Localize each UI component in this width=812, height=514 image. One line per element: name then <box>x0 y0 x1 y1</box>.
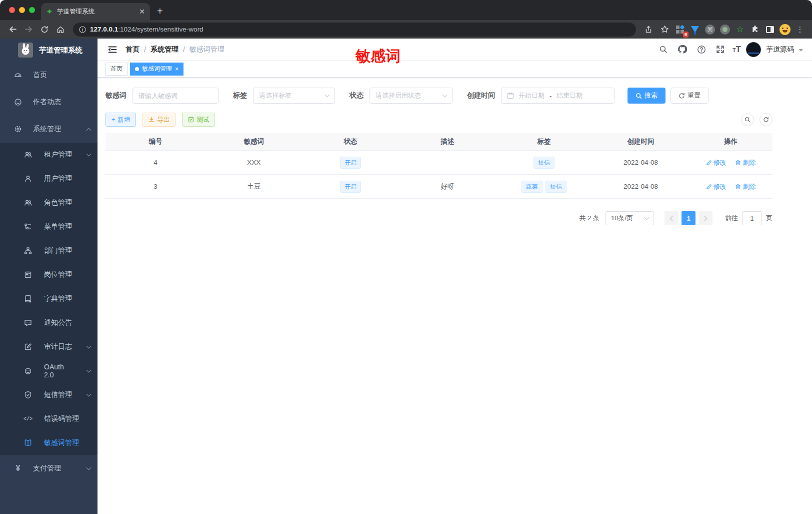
menu-tree-icon <box>24 223 32 231</box>
browser-chrome: 芋道管理系统 ✕ + 127.0.0.1:1024/system/ <box>0 0 812 39</box>
delete-link[interactable]: 删除 <box>735 158 756 167</box>
home-icon[interactable] <box>54 23 67 36</box>
edit-link[interactable]: 修改 <box>706 182 726 191</box>
table-search-icon[interactable] <box>741 113 754 126</box>
extension-grid-icon[interactable]: 9 <box>674 24 686 36</box>
edit-link[interactable]: 修改 <box>706 158 726 167</box>
close-window-button[interactable] <box>9 7 15 13</box>
cell-id: 3 <box>106 183 206 190</box>
breadcrumb-home[interactable]: 首页 <box>126 45 140 54</box>
logo-rabbit-avatar <box>18 43 33 58</box>
sidebar-item-sms[interactable]: 短信管理 <box>0 383 98 407</box>
sidebar-item-sensitive-word[interactable]: 敏感词管理 <box>0 431 98 455</box>
url-bar[interactable]: 127.0.0.1:1024/system/sensitive-word <box>73 23 636 37</box>
next-page-button[interactable] <box>698 211 712 225</box>
font-size-icon[interactable]: TT <box>732 45 741 55</box>
app-title: 芋道管理系统 <box>39 46 82 55</box>
status-badge: 开启 <box>340 157 361 169</box>
help-icon[interactable] <box>694 43 708 57</box>
sidebar: 芋道管理系统 首页 作者动态 系统管理 <box>0 39 98 514</box>
share-icon[interactable] <box>642 23 655 36</box>
sidebar-logo[interactable]: 芋道管理系统 <box>0 39 98 62</box>
sidebar-item-notice[interactable]: 通知公告 <box>0 311 98 335</box>
test-button[interactable]: 测试 <box>182 113 215 127</box>
page-size-select[interactable]: 10条/页 <box>606 211 654 225</box>
edit-log-icon <box>24 343 32 351</box>
chevron-down-icon <box>86 343 92 348</box>
new-tab-button[interactable]: + <box>157 6 163 17</box>
pencil-icon <box>706 184 712 190</box>
sidebar-item-audit-log[interactable]: 审计日志 <box>0 335 98 359</box>
tag-view-home[interactable]: 首页 <box>106 63 128 76</box>
user-avatar[interactable] <box>746 42 761 57</box>
tags-view-bar: 首页 敏感词管理 × <box>98 61 812 78</box>
extension-funnel-icon[interactable] <box>689 24 701 36</box>
close-tag-icon[interactable]: × <box>175 66 178 73</box>
goto-page-input[interactable] <box>742 211 762 225</box>
cell-tags: 蔬菜短信 <box>496 181 592 193</box>
sidebar-item-role[interactable]: 角色管理 <box>0 191 98 215</box>
add-button[interactable]: + 新增 <box>106 113 136 127</box>
sidebar-item-menu-mgmt[interactable]: 菜单管理 <box>0 215 98 239</box>
url-host: 127.0.0.1 <box>90 26 118 33</box>
download-icon <box>148 117 154 123</box>
minimize-window-button[interactable] <box>19 7 25 13</box>
bookmark-star-icon[interactable] <box>658 23 671 36</box>
browser-tab[interactable]: 芋道管理系统 ✕ <box>41 3 150 20</box>
prev-page-button[interactable] <box>664 211 678 225</box>
sidebar-item-author-news[interactable]: 作者动态 <box>0 89 98 116</box>
extension-record-icon[interactable] <box>719 24 731 36</box>
side-panel-icon[interactable] <box>764 24 776 36</box>
chevron-down-icon <box>644 215 650 220</box>
site-info-icon[interactable] <box>79 26 86 33</box>
tag-select[interactable]: 请选择标签 <box>253 88 335 104</box>
status-select[interactable]: 请选择启用状态 <box>370 88 452 104</box>
delete-link[interactable]: 删除 <box>735 182 756 191</box>
tag-view-sensitive-word[interactable]: 敏感词管理 × <box>130 63 184 76</box>
main: 首页 / 系统管理 / 敏感词管理 敏感词 <box>98 39 812 514</box>
chevron-down-icon <box>86 151 92 156</box>
sidebar-item-oauth[interactable]: OAuth 2.0 <box>0 359 98 383</box>
browser-menu-icon[interactable]: ⋮ <box>794 24 806 36</box>
sidebar-item-dept[interactable]: 部门管理 <box>0 239 98 263</box>
reset-button[interactable]: 重置 <box>670 88 708 104</box>
keyword-input[interactable] <box>138 92 212 100</box>
forward-icon[interactable] <box>22 23 35 36</box>
zoom-window-button[interactable] <box>29 7 35 13</box>
sidebar-item-home[interactable]: 首页 <box>0 62 98 89</box>
github-icon[interactable] <box>676 43 690 57</box>
cell-status: 开启 <box>302 157 399 169</box>
sidebar-item-pay[interactable]: ¥ 支付管理 <box>0 455 98 482</box>
sidebar-item-post[interactable]: 岗位管理 <box>0 263 98 287</box>
sidebar-item-error-code[interactable]: </> 错误码管理 <box>0 407 98 431</box>
export-button[interactable]: 导出 <box>142 113 176 127</box>
username[interactable]: 芋道源码 <box>766 45 794 54</box>
date-range-picker[interactable]: 开始日期 - 结束日期 <box>501 88 614 104</box>
back-icon[interactable] <box>6 23 19 36</box>
collapse-sidebar-icon[interactable] <box>104 41 122 59</box>
sidebar-item-dict[interactable]: 字典管理 <box>0 287 98 311</box>
user-menu-caret-icon[interactable] <box>799 49 803 52</box>
search-icon[interactable] <box>656 43 670 57</box>
profile-avatar-icon[interactable] <box>779 24 791 36</box>
sidebar-item-tenant[interactable]: 租户管理 <box>0 143 98 167</box>
extension-command-icon[interactable]: ⌘ <box>704 24 716 36</box>
sidebar-item-user[interactable]: 用户管理 <box>0 167 98 191</box>
current-page[interactable]: 1 <box>682 211 696 225</box>
fullscreen-icon[interactable] <box>714 43 728 57</box>
tab-close-icon[interactable]: ✕ <box>139 8 145 16</box>
favicon-leaf-icon <box>46 8 53 15</box>
page-content: 敏感词 标签 请选择标签 状态 <box>98 78 812 514</box>
table-refresh-icon[interactable] <box>760 113 772 126</box>
chevron-down-icon <box>442 93 448 98</box>
code-icon: </> <box>24 415 32 423</box>
status-label: 状态 <box>350 91 364 100</box>
system-submenu: 租户管理 用户管理 角色管理 菜单管理 <box>0 143 98 455</box>
extension-puzzle-icon[interactable] <box>749 24 761 36</box>
breadcrumb-system[interactable]: 系统管理 <box>150 45 178 54</box>
sidebar-item-system[interactable]: 系统管理 <box>0 116 98 143</box>
main-header: 首页 / 系统管理 / 敏感词管理 敏感词 <box>98 39 812 61</box>
reload-icon[interactable] <box>38 23 51 36</box>
search-button[interactable]: 搜索 <box>628 88 666 104</box>
extension-star-icon[interactable]: ☆ <box>734 24 746 36</box>
